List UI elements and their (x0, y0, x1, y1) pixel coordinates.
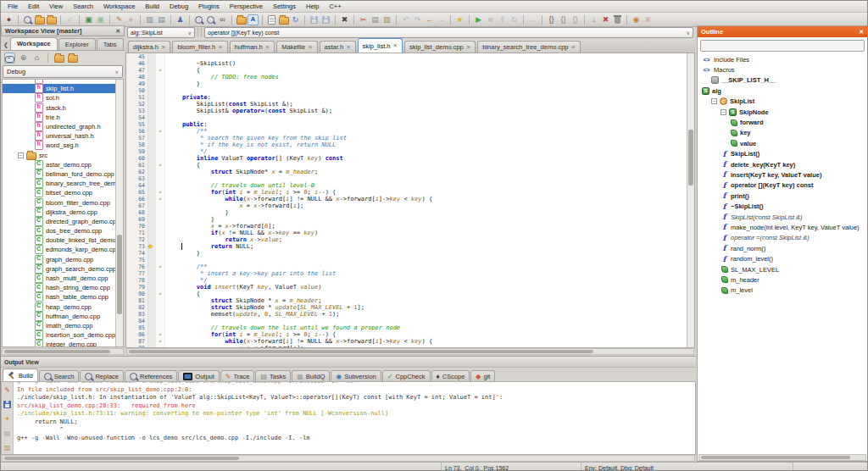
code-line-75[interactable]: 75 (126, 257, 687, 263)
fold-margin[interactable] (156, 257, 165, 263)
pin-output-button[interactable]: ✎ (2, 385, 13, 396)
marker-margin[interactable] (148, 135, 156, 141)
fold-margin[interactable] (156, 94, 165, 101)
fold-margin[interactable] (156, 114, 165, 121)
marker-margin[interactable] (148, 175, 156, 182)
tree-file-bellman_ford_demo.cpp[interactable]: bellman_ford_demo.cpp (3, 169, 115, 179)
marker-margin[interactable] (148, 101, 156, 108)
highlight-word-button[interactable]: ✎ (114, 14, 125, 25)
fold-margin[interactable] (156, 345, 165, 347)
outline-item-macros[interactable]: <>Macros (698, 64, 866, 75)
find-in-files-button[interactable] (22, 14, 33, 25)
code-line-47[interactable]: 47▾ { (126, 67, 687, 74)
marker-margin[interactable] (148, 121, 156, 128)
code-line-65[interactable]: 65▾ for(int i = m_level; i >= 0; i--) { (126, 189, 687, 196)
code-line-68[interactable]: 68 } (126, 209, 687, 216)
find-symbol-button[interactable] (46, 14, 57, 25)
code-line-69[interactable]: 69 } (126, 216, 687, 223)
code-line-58[interactable]: 58 * if the key is not exist, return NUL… (126, 141, 687, 148)
fold-margin[interactable] (156, 250, 165, 257)
menu-cpp[interactable]: C++ (324, 2, 346, 11)
marker-margin[interactable] (148, 277, 156, 284)
outline-item-skiplist-[interactable]: fSkipList() (698, 149, 866, 159)
tree-file-insertion_sort_demo.cpp[interactable]: insertion_sort_demo.cpp (3, 330, 115, 340)
app-logo-button[interactable]: ● (3, 14, 14, 25)
goto-active-file-button[interactable]: ⌂ (31, 53, 42, 64)
clear-output-button[interactable]: ✦ (2, 413, 13, 424)
tree-file-edmonds_karp_demo.cpp[interactable]: edmonds_karp_demo.cpp (3, 245, 115, 254)
tree-file-graph_search_demo.cpp[interactable]: graph_search_demo.cpp (3, 264, 115, 274)
code-line-82[interactable]: 82 struct SkipNode * update[SL_MAX_LEVEL… (126, 304, 687, 311)
marker-margin[interactable] (148, 270, 156, 277)
editor-tab-skip_list_demo.cpp[interactable]: skip_list_demo.cpp✕ (404, 41, 476, 53)
show-outline-button[interactable]: ♟ (175, 14, 186, 25)
code-line-83[interactable]: 83 memset(update, 0, SL_MAX_LEVEL + 1); (126, 311, 687, 318)
outline-item-include-files[interactable]: <>Include Files (698, 54, 866, 64)
fold-margin[interactable] (156, 60, 165, 67)
outline-item-rand_norm-[interactable]: frand_norm() (698, 243, 866, 253)
editor-tab-astar.h[interactable]: astar.h✕ (320, 41, 356, 53)
toggle-bookmark-button[interactable]: ★ (454, 14, 465, 25)
workspace-tab-tabs[interactable]: Tabs (97, 38, 124, 50)
output-tab-output[interactable]: Output (178, 370, 220, 382)
menu-plugins[interactable]: Plugins (193, 2, 225, 11)
tree-file-sol.h[interactable]: sol.h (3, 93, 115, 103)
workspace-settings-folder-button[interactable] (67, 53, 78, 64)
link-editor-button[interactable] (4, 53, 15, 64)
outline-item-value[interactable]: value (698, 138, 866, 148)
tree-file-huffman_demo.cpp[interactable]: huffman_demo.cpp (3, 312, 115, 321)
tree-file-dijkstra_demo.cpp[interactable]: dijkstra_demo.cpp (3, 208, 115, 217)
code-line-81[interactable]: 81 struct SkipNode * x = m_header; (126, 297, 687, 304)
outline-item-make_node-int-level-keyt-key-valuet-value-[interactable]: fmake_node(int level, KeyT key, ValueT v… (698, 222, 866, 232)
marker-margin[interactable] (148, 114, 156, 121)
fold-margin[interactable] (156, 223, 165, 230)
debug-cancel-button[interactable]: ✖ (600, 14, 611, 25)
marker-margin[interactable] (148, 297, 156, 304)
tree-file-skip_list.h[interactable]: skip_list.h (3, 84, 115, 93)
marker-margin[interactable] (148, 291, 156, 297)
marker-margin[interactable] (148, 202, 156, 209)
outline-item-forward[interactable]: forward (698, 117, 866, 127)
fold-margin[interactable] (156, 169, 165, 175)
tree-file-astar_demo.cpp[interactable]: astar_demo.cpp (3, 160, 115, 169)
code-line-50[interactable]: 50 (126, 87, 687, 94)
output-tab-cppcheck[interactable]: ✓CppCheck (382, 370, 431, 382)
outline-search-input[interactable] (700, 40, 865, 52)
code-line-77[interactable]: 77 * insert a key->key pair into the lis… (126, 270, 687, 277)
code-line-74[interactable]: 74 } (126, 250, 687, 257)
outline-hscrollbar[interactable] (698, 454, 866, 461)
outline-item-m_level[interactable]: m_level (698, 285, 866, 296)
tree-file-heap_demo.cpp[interactable]: heap_demo.cpp (3, 302, 115, 312)
menu-edit[interactable]: Edit (23, 2, 44, 11)
fold-margin[interactable]: ▾ (156, 196, 165, 202)
build-config-dropdown[interactable]: Debug ∨ (3, 65, 123, 78)
collapse-all-button[interactable]: ⊕ (18, 53, 29, 64)
marker-margin[interactable] (148, 74, 156, 80)
fold-margin[interactable] (156, 324, 165, 331)
outline-item-key[interactable]: key (698, 128, 866, 138)
tree-folder-src[interactable]: −src (3, 151, 115, 160)
code-line-71[interactable]: 71 if(x != NULL && x->key == key) (126, 230, 687, 236)
marker-margin[interactable] (148, 87, 156, 94)
build-output-log[interactable]: g++ -g -Wall -Wno-unused-function -o ski… (14, 382, 695, 454)
fold-margin[interactable] (156, 318, 165, 324)
fold-margin[interactable] (156, 80, 165, 87)
close-tab-icon[interactable]: ✕ (346, 44, 350, 51)
close-tab-icon[interactable]: ✕ (161, 44, 165, 51)
close-tab-icon[interactable]: ✕ (571, 44, 576, 51)
menu-help[interactable]: Help (301, 2, 324, 11)
marker-margin[interactable] (148, 230, 156, 236)
code-line-63[interactable]: 63 (126, 175, 687, 182)
code-line-46[interactable]: 46 ~SkipList() (126, 60, 687, 67)
tree-file-double_linked_list_demo.cpp[interactable]: double_linked_list_demo.cpp (3, 236, 115, 245)
build-config-folder-button[interactable] (53, 53, 64, 64)
code-line-51[interactable]: 51private: (126, 94, 687, 101)
outline-item-operator-keyt-key-const[interactable]: foperator [](KeyT key) const (698, 180, 866, 191)
fold-margin[interactable] (156, 216, 165, 223)
fold-margin[interactable] (156, 270, 165, 277)
output-tab-replace[interactable]: Replace (80, 370, 124, 382)
workspace-tree-vscrollbar[interactable] (115, 80, 123, 346)
outline-item-skiplist-const-skiplist-[interactable]: fSkipList(const SkipList &) (698, 212, 866, 222)
fold-margin[interactable]: ▾ (156, 338, 165, 345)
code-line-56[interactable]: 56▾ /** (126, 128, 687, 135)
